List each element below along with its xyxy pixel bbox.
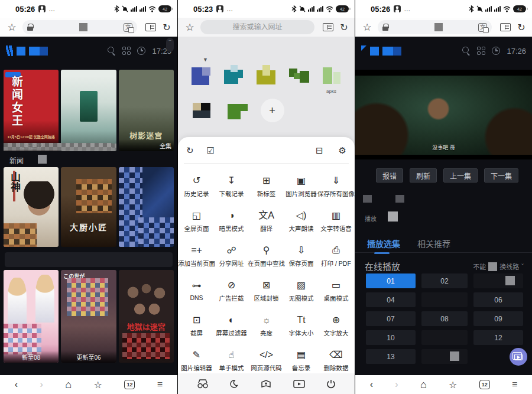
tab-recommendations[interactable]: 相关推荐: [417, 237, 450, 249]
speed-dial-item[interactable]: apks: [315, 65, 348, 95]
restore-icon[interactable]: ↻: [186, 145, 194, 156]
history-clock-icon[interactable]: [492, 47, 500, 55]
episode-button-censored[interactable]: [421, 292, 468, 307]
previous-episode-button[interactable]: 上一集: [443, 168, 478, 183]
episode-button-censored[interactable]: [421, 330, 468, 345]
episode-button[interactable]: 01: [366, 273, 416, 288]
menu-item-save-all-images[interactable]: ⇓保存所有图像: [317, 169, 355, 204]
menu-item-new-tab[interactable]: ⊞新标签: [248, 169, 285, 204]
poster-jdrama-pink[interactable]: 新至08: [4, 270, 59, 363]
menu-icon[interactable]: ≡: [512, 379, 517, 390]
translate-icon[interactable]: 文: [478, 23, 487, 32]
refresh-icon[interactable]: ↻: [161, 22, 173, 33]
speed-dial-item[interactable]: [283, 65, 315, 95]
poster-jdrama-hell[interactable]: 地獄は迷宮: [119, 270, 174, 363]
tab-episodes[interactable]: 播放选集: [367, 237, 400, 249]
night-mode-icon[interactable]: [230, 379, 239, 389]
menu-item-print-pdf[interactable]: ⎙打印 / PDF: [317, 239, 355, 273]
home-icon[interactable]: ⌂: [420, 379, 427, 391]
floating-video-button[interactable]: [510, 348, 527, 366]
episode-button-censored[interactable]: [421, 349, 468, 364]
poster-jdrama-street[interactable]: この世が 更新至06: [61, 270, 116, 363]
shield-check-icon[interactable]: ☑: [207, 145, 215, 156]
menu-item-brightness[interactable]: ☼亮度: [248, 308, 285, 343]
episode-button[interactable]: 07: [366, 311, 416, 326]
switch-line-control[interactable]: 不能 换线路 ˇ: [473, 262, 524, 271]
forward-icon[interactable]: ›: [40, 379, 43, 390]
menu-item-save-page[interactable]: ⇩保存页面: [285, 239, 317, 273]
menu-icon[interactable]: ≡: [157, 379, 163, 390]
address-bar[interactable]: 文: [378, 20, 492, 34]
power-icon[interactable]: [326, 379, 336, 389]
menu-item-add-current-page[interactable]: ≡+添加当前页面: [178, 239, 215, 273]
reader-mode-icon[interactable]: [500, 23, 511, 31]
episode-button[interactable]: 09: [473, 311, 523, 326]
search-input[interactable]: [205, 22, 310, 32]
menu-item-dns[interactable]: ⊶DNS: [178, 273, 215, 308]
bookmark-star-icon[interactable]: ☆: [360, 21, 374, 34]
menu-item-no-image-mode[interactable]: ▨无图模式: [285, 273, 317, 308]
plus-icon[interactable]: +: [261, 99, 284, 122]
menu-item-region-block[interactable]: ⊠区域封锁: [248, 273, 285, 308]
episode-button-censored[interactable]: [473, 273, 523, 288]
episode-button[interactable]: 10: [366, 330, 416, 345]
site-logo[interactable]: [361, 45, 401, 57]
episode-button[interactable]: 12: [473, 330, 523, 345]
categories-grid-icon[interactable]: [122, 47, 131, 55]
bookmark-star-icon[interactable]: ☆: [183, 21, 197, 34]
speed-dial-item[interactable]: [185, 65, 218, 95]
menu-item-adblock[interactable]: ⊘广告拦截: [215, 273, 248, 308]
refresh-button[interactable]: 刷新: [410, 168, 437, 183]
categories-grid-icon[interactable]: [477, 47, 485, 55]
menu-item-share-url[interactable]: ☍分享网址: [215, 239, 248, 273]
episode-button[interactable]: 13: [366, 349, 416, 364]
menu-item-translate[interactable]: 文A翻译: [248, 204, 285, 239]
poster-chef[interactable]: 大厨小匠: [61, 167, 116, 247]
video-player[interactable]: 没事吧 哥: [355, 70, 532, 159]
speed-dial-item[interactable]: [218, 65, 250, 95]
menu-item-font-size[interactable]: Tt字体大小: [285, 308, 317, 343]
menu-item-find-in-page[interactable]: ⚲在页面中查找: [248, 239, 285, 273]
tabs-count-button[interactable]: 12: [479, 380, 490, 389]
reader-mode-icon[interactable]: [323, 23, 333, 31]
video-sniffer-icon[interactable]: [293, 379, 305, 389]
back-icon[interactable]: ‹: [370, 379, 373, 390]
bookmark-heart-icon[interactable]: [261, 379, 271, 389]
menu-item-read-aloud[interactable]: ◁)大声朗读: [285, 204, 317, 239]
search-icon[interactable]: [108, 47, 116, 55]
bookmark-star-icon[interactable]: ☆: [5, 21, 19, 34]
menu-item-desktop-mode[interactable]: ▭桌面模式: [317, 273, 355, 308]
episode-button[interactable]: 04: [366, 292, 416, 307]
menu-item-screenshot[interactable]: ⊡截屏: [178, 308, 215, 343]
menu-item-downloads[interactable]: ↧下载记录: [215, 169, 248, 204]
chevron-down-icon[interactable]: ▼: [203, 57, 208, 63]
poster-news-queen[interactable]: 新闻女王 11月5日12:00起 优酷全网独播 更新至12: [4, 70, 59, 151]
bookmarks-star-icon[interactable]: ☆: [94, 379, 102, 390]
back-icon[interactable]: ‹: [15, 379, 18, 390]
episode-button[interactable]: 02: [421, 273, 468, 288]
forward-icon[interactable]: ›: [395, 379, 398, 390]
poster-drama-2[interactable]: [61, 70, 116, 151]
menu-item-text-to-speech[interactable]: ▥文字转语音: [317, 204, 355, 239]
menu-item-image-browser[interactable]: ▣图片浏览器: [285, 169, 317, 204]
scrollbar-hint[interactable]: ˆˇ: [166, 38, 174, 52]
menu-item-fullscreen[interactable]: ◱全屏页面: [178, 204, 215, 239]
poster-mountain-god[interactable]: 山神: [4, 167, 59, 247]
reader-mode-icon[interactable]: [145, 23, 156, 31]
settings-gear-icon[interactable]: ⚙: [339, 145, 346, 156]
refresh-icon[interactable]: ↻: [338, 22, 350, 33]
layout-rows-icon[interactable]: ⊟: [316, 145, 323, 156]
incognito-icon[interactable]: [197, 379, 209, 389]
site-logo[interactable]: [6, 45, 48, 56]
episode-button[interactable]: 08: [421, 311, 468, 326]
menu-item-history[interactable]: ↺历史记录: [178, 169, 215, 204]
search-bar[interactable]: [200, 20, 314, 34]
tabs-count-button[interactable]: 12: [124, 380, 135, 389]
add-speed-dial-button[interactable]: +: [255, 100, 290, 130]
refresh-icon[interactable]: ↻: [515, 22, 527, 33]
speed-dial-item[interactable]: [250, 65, 283, 95]
poster-shadow-maze[interactable]: 树影迷宫 全集: [119, 70, 174, 151]
bookmarks-star-icon[interactable]: ☆: [449, 379, 457, 390]
speed-dial-item[interactable]: [185, 100, 220, 130]
menu-item-dark-mode[interactable]: ◑暗黑模式: [215, 204, 248, 239]
